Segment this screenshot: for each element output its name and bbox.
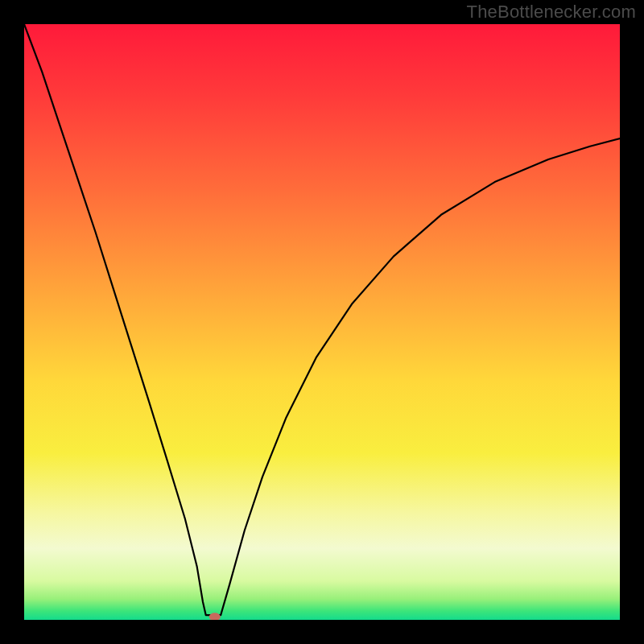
plot-area (24, 24, 620, 620)
chart-frame: TheBottlenecker.com (0, 0, 644, 644)
gradient-background (24, 24, 620, 620)
watermark-text: TheBottlenecker.com (467, 2, 636, 23)
bottleneck-chart (24, 24, 620, 620)
